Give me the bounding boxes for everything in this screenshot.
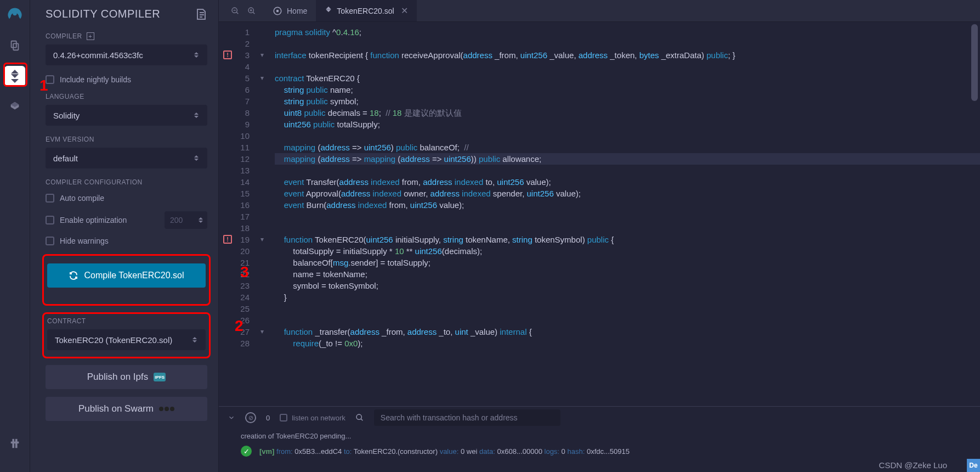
compiler-version-select[interactable]: 0.4.26+commit.4563c3fc: [46, 44, 207, 65]
language-label: LANGUAGE: [46, 93, 207, 100]
file-explorer-icon[interactable]: [4, 35, 25, 56]
editor-scrollbar[interactable]: [970, 24, 979, 404]
zoom-out-icon[interactable]: [231, 7, 240, 15]
line-gutter: 12!3456789101112131415161718!19202122232…: [219, 22, 257, 406]
auto-compile-checkbox[interactable]: [46, 194, 54, 203]
language-select[interactable]: Solidity: [46, 105, 207, 126]
pending-count: 0: [266, 414, 270, 422]
svg-rect-1: [12, 41, 16, 48]
publish-ipfs-button[interactable]: Publish on Ipfs IPFS: [46, 365, 207, 389]
contract-label: CONTRACT: [47, 317, 206, 325]
compiler-label: COMPILER +: [46, 32, 207, 40]
annotation-box-compile: Compile TokenERC20.sol: [42, 254, 211, 306]
enable-optimization-checkbox[interactable]: [46, 216, 54, 224]
annotation-box-contract: CONTRACT TokenERC20 (TokenERC20.sol): [42, 312, 211, 358]
svg-point-0: [13, 12, 17, 16]
annotation-box-1: [3, 63, 27, 87]
tab-home[interactable]: Home: [264, 0, 316, 21]
enable-optimization-label: Enable optimization: [60, 216, 127, 224]
hide-warnings-checkbox[interactable]: [46, 237, 54, 245]
plugin-manager-icon[interactable]: [4, 434, 25, 454]
deploy-run-icon[interactable]: [4, 97, 25, 117]
terminal-line-pending: creation of TokenERC20 pending...: [241, 432, 958, 440]
evm-version-label: EVM VERSION: [46, 136, 207, 143]
compiler-panel: SOLIDITY COMPILER COMPILER + 0.4.26+comm…: [30, 0, 219, 472]
listen-network-checkbox[interactable]: [280, 414, 287, 422]
code-content[interactable]: pragma solidity ^0.4.16;interface tokenR…: [267, 22, 980, 406]
compiler-config-label: COMPILER CONFIGURATION: [46, 178, 207, 186]
publish-swarm-button[interactable]: Publish on Swarm: [46, 397, 207, 421]
terminal-toggle-icon[interactable]: [228, 414, 235, 422]
hide-warnings-label: Hide warnings: [60, 237, 109, 245]
swarm-icon: [159, 407, 174, 411]
include-nightly-label: Include nightly builds: [60, 75, 131, 84]
zoom-in-icon[interactable]: [247, 7, 256, 15]
terminal-search-input[interactable]: Search with transaction hash or address: [374, 409, 560, 426]
tab-file[interactable]: TokenERC20.sol ✕: [316, 0, 416, 21]
remix-logo-icon[interactable]: [4, 4, 25, 25]
annotation-1: 1: [39, 77, 48, 94]
listen-network-label: listen on network: [292, 414, 345, 422]
corner-badge: De: [967, 459, 980, 472]
fold-column: ▾▾▾▾: [257, 22, 267, 406]
annotation-2: 2: [235, 317, 243, 335]
terminal-search-icon[interactable]: [355, 413, 364, 422]
compile-button[interactable]: Compile TokenERC20.sol: [47, 263, 206, 288]
annotation-3: 3: [240, 263, 249, 281]
panel-title: SOLIDITY COMPILER: [46, 8, 160, 20]
close-tab-icon[interactable]: ✕: [401, 5, 408, 16]
code-editor[interactable]: 12!3456789101112131415161718!19202122232…: [219, 22, 980, 406]
terminal-panel: ⊘ 0 listen on network Search with transa…: [219, 406, 980, 472]
watermark: CSDN @Zeke Luo: [879, 460, 947, 470]
editor-area: Home TokenERC20.sol ✕ 12!345678910111213…: [219, 0, 980, 472]
docs-icon[interactable]: [195, 8, 207, 20]
contract-select[interactable]: TokenERC20 (TokenERC20.sol): [47, 329, 206, 350]
svg-point-6: [276, 9, 279, 12]
optimization-runs-input[interactable]: 200: [165, 211, 207, 229]
svg-rect-2: [13, 43, 18, 50]
terminal-clear-icon[interactable]: ⊘: [245, 412, 256, 423]
svg-point-7: [356, 414, 361, 419]
terminal-log-entry[interactable]: ✓ [vm] from: 0x5B3...eddC4 to: TokenERC2…: [241, 446, 958, 457]
evm-version-select[interactable]: default: [46, 148, 207, 168]
add-compiler-icon[interactable]: +: [87, 32, 94, 40]
ipfs-icon: IPFS: [154, 373, 166, 381]
auto-compile-label: Auto compile: [60, 194, 104, 203]
tab-bar: Home TokenERC20.sol ✕: [219, 0, 980, 22]
success-icon: ✓: [241, 446, 252, 457]
